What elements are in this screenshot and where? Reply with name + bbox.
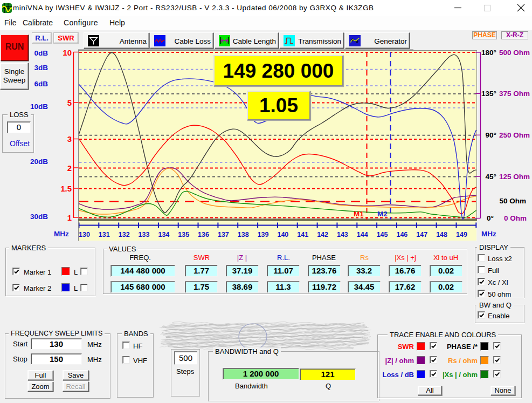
svg-text:134: 134 <box>158 231 169 238</box>
svg-text:131: 131 <box>99 231 110 238</box>
svg-text:135: 135 <box>178 231 189 238</box>
svg-text:146: 146 <box>396 231 407 238</box>
svg-text:143: 143 <box>337 231 348 238</box>
svg-text:138: 138 <box>238 231 249 238</box>
svg-text:140: 140 <box>277 231 288 238</box>
svg-text:141: 141 <box>297 231 308 238</box>
svg-text:137: 137 <box>218 231 229 238</box>
svg-text:M1: M1 <box>354 210 364 218</box>
svg-text:136: 136 <box>198 231 209 238</box>
svg-text:133: 133 <box>139 231 150 238</box>
svg-text:145: 145 <box>377 231 388 238</box>
svg-text:148: 148 <box>436 231 447 238</box>
svg-text:149: 149 <box>456 231 467 238</box>
svg-text:132: 132 <box>119 231 130 238</box>
svg-text:M2: M2 <box>377 210 388 218</box>
svg-text:142: 142 <box>317 231 328 238</box>
svg-text:139: 139 <box>258 231 269 238</box>
svg-text:147: 147 <box>416 231 427 238</box>
svg-text:144: 144 <box>357 231 368 238</box>
svg-text:130: 130 <box>79 231 90 238</box>
